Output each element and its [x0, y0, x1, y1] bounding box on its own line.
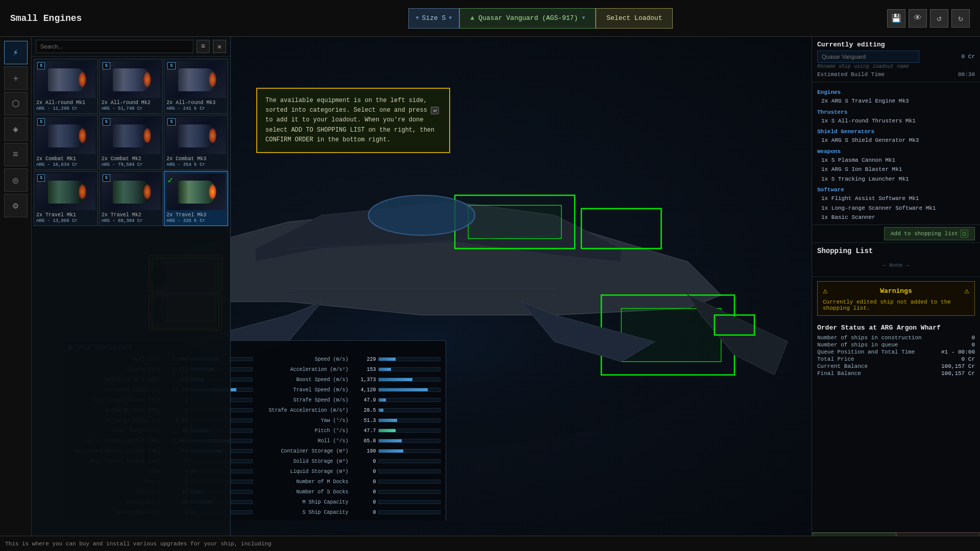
- stat-label: Yaw (°/s): [257, 418, 349, 423]
- list-item[interactable]: S 2x Combat Mk1 ARG - 16,634 Cr: [34, 115, 98, 170]
- preview-button[interactable]: 👁: [909, 9, 927, 28]
- engine-icon: [113, 181, 149, 204]
- ship-name-dropdown[interactable]: ▲ Quasar Vanguard (AGS-917) ▼: [459, 8, 596, 29]
- dropdown-group: ▼ Size S ▼ ▲ Quasar Vanguard (AGS-917) ▼…: [199, 8, 882, 29]
- stat-label: S Ship Capacity: [257, 510, 349, 515]
- stat-bar-fill: [379, 439, 402, 442]
- list-item[interactable]: S 2x Travel Mk2 ARG - 68,304 Cr: [99, 171, 163, 226]
- item-name: 2x Combat Mk1: [36, 156, 95, 162]
- stat-bar: [378, 388, 441, 392]
- save-button[interactable]: 💾: [887, 9, 905, 28]
- item-cost: ARG - 326 k Cr: [166, 218, 226, 223]
- close-button[interactable]: ✕: [213, 40, 226, 53]
- engine-icon: [48, 68, 84, 91]
- stat-value: 0: [351, 469, 376, 474]
- sidebar-icon-navigation[interactable]: ◎: [4, 168, 28, 192]
- add-to-shopping-button[interactable]: Add to shopping list ▢: [884, 227, 975, 240]
- item-image: S: [36, 117, 95, 154]
- ship-chevron-icon: ▼: [582, 15, 585, 21]
- stat-value: 0: [351, 510, 376, 515]
- stat-bar: [378, 459, 441, 463]
- sidebar-icon-add[interactable]: ＋: [4, 66, 28, 90]
- undo-button[interactable]: ↺: [930, 9, 948, 28]
- sidebar-icon-engines[interactable]: ⚡: [4, 41, 28, 64]
- stat-label: M Ship Capacity: [257, 499, 349, 505]
- top-bar: Small Engines ▼ Size S ▼ ▲ Quasar Vangua…: [0, 0, 980, 37]
- build-time-value: 00:30: [958, 71, 975, 78]
- order-row-label: Final Balance: [817, 370, 861, 377]
- left-sidebar: ⚡ ＋ ⬡ ◈ ≡ ◎ ⚙: [0, 37, 32, 551]
- stat-value: 28.5: [351, 408, 376, 413]
- loadout-dropdown[interactable]: Select Loadout: [596, 8, 673, 29]
- stat-bar-fill: [379, 409, 384, 412]
- up-arrow-icon: ▲: [470, 14, 474, 22]
- thrusters-header: Thrusters: [817, 109, 975, 115]
- search-header: ≡ ✕: [32, 37, 230, 57]
- size-dropdown[interactable]: ▼ Size S ▼: [408, 8, 460, 29]
- stat-label: Strafe Acceleration (m/s²): [257, 408, 349, 413]
- stat-value: 0: [351, 499, 376, 505]
- list-item[interactable]: S 2x All-round Mk2 ARG - 51,748 Cr: [99, 59, 163, 114]
- tooltip-text: The available equipment is on the left s…: [265, 96, 441, 145]
- rename-placeholder: Rename ship using loadout name: [817, 64, 975, 69]
- list-item[interactable]: S 2x Combat Mk2 ARG - 79,584 Cr: [99, 115, 163, 170]
- filter-button[interactable]: ≡: [197, 40, 210, 53]
- build-time-label: Estimated Build Time: [817, 71, 885, 78]
- stat-bar-fill: [379, 419, 397, 422]
- sidebar-icon-shield[interactable]: ⬡: [4, 92, 28, 115]
- sidebar-icon-weapons[interactable]: ◈: [4, 117, 28, 141]
- stat-label: Roll (°/s): [257, 438, 349, 444]
- item-name: 2x Travel Mk1: [36, 212, 95, 218]
- search-input[interactable]: [36, 40, 193, 53]
- item-cost: ARG - 13,966 Cr: [36, 218, 95, 223]
- list-item[interactable]: ✓ 2x Travel Mk3 ARG - 326 k Cr: [164, 171, 228, 226]
- engine-icon: [113, 68, 149, 91]
- item-cost: ARG - 16,634 Cr: [36, 162, 95, 167]
- warning-right-icon: ⚠: [964, 286, 969, 296]
- stat-row: Solid Storage (m³) 0: [257, 456, 441, 466]
- order-row-value: 100,157 Cr: [941, 370, 975, 377]
- item-cost: ARG - 68,304 Cr: [102, 218, 161, 223]
- stat-value: 153: [351, 367, 376, 372]
- loadout-item: 1x S All-round Thrusters Mk1: [817, 116, 975, 126]
- stat-label: Acceleration (m/s²): [257, 367, 349, 372]
- sidebar-icon-settings[interactable]: ⚙: [4, 194, 28, 217]
- stat-row: Speed (m/s) 229: [257, 354, 441, 364]
- stat-bar: [378, 449, 441, 453]
- stat-row: Roll (°/s) 65.8: [257, 436, 441, 446]
- item-image: S: [36, 173, 95, 210]
- stat-label: Number of S Docks: [257, 489, 349, 495]
- ship-name-field[interactable]: [817, 51, 919, 63]
- list-item[interactable]: S 2x All-round Mk1 ARG - 11,296 Cr: [34, 59, 98, 114]
- list-item[interactable]: S 2x All-round Mk3 ARG - 241 k Cr: [164, 59, 228, 114]
- order-row-label: Number of ships in queue: [817, 342, 898, 348]
- checkmark-icon: ✓: [167, 174, 173, 186]
- order-row-value: 0: [971, 342, 975, 348]
- sidebar-icon-software[interactable]: ≡: [4, 143, 28, 166]
- stat-bar-fill: [379, 398, 386, 402]
- shields-header: Shield Generators: [817, 129, 975, 135]
- list-item[interactable]: S 2x Combat Mk3 ARG - 354 k Cr: [164, 115, 228, 170]
- stat-row: S Ship Capacity 0: [257, 507, 441, 517]
- bottom-text: This is where you can buy and install va…: [5, 541, 272, 547]
- right-panel: Currently editing 0 Cr Rename ship using…: [812, 37, 980, 551]
- stat-bar: [378, 510, 441, 514]
- list-item[interactable]: S 2x Travel Mk1 ARG - 13,966 Cr: [34, 171, 98, 226]
- item-cost: ARG - 79,584 Cr: [102, 162, 161, 167]
- loadout-item: 1x ARG S Ion Blaster Mk1: [817, 165, 975, 174]
- add-shopping-row: Add to shopping list ▢: [812, 225, 980, 243]
- stat-value: 0: [351, 459, 376, 464]
- stat-value: 47.9: [351, 397, 376, 403]
- stat-bar: [378, 408, 441, 412]
- item-name: 2x Combat Mk3: [166, 156, 226, 162]
- add-icon: ▢: [960, 230, 968, 238]
- stat-bar: [378, 500, 441, 504]
- stat-value: 47.7: [351, 428, 376, 434]
- redo-button[interactable]: ↻: [951, 9, 970, 28]
- stat-bar: [378, 367, 441, 371]
- order-row-label: Queue Position and Total Time: [817, 349, 915, 355]
- engine-icon: [178, 181, 214, 204]
- stat-label: Pitch (°/s): [257, 428, 349, 434]
- shopping-none: — None —: [817, 258, 975, 272]
- stat-value: 4,120: [351, 387, 376, 393]
